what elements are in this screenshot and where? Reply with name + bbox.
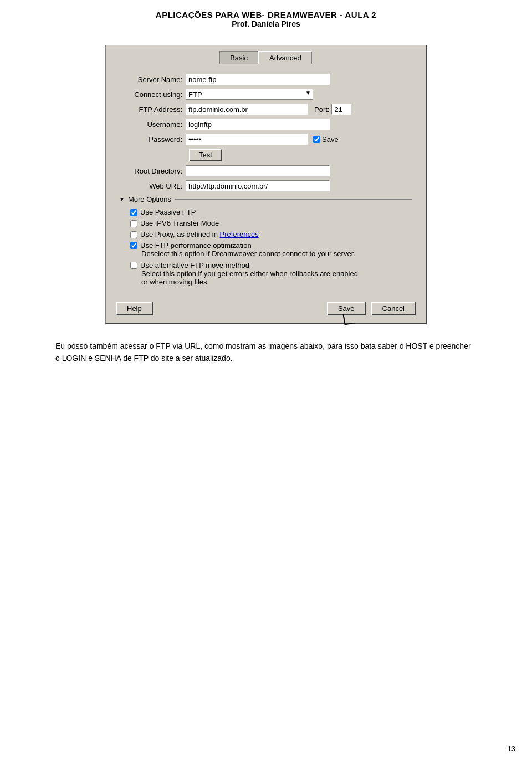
option-passive-ftp: Use Passive FTP — [130, 208, 412, 216]
save-password-label[interactable]: Save — [322, 135, 339, 144]
option-alt-ftp-line: Use alternative FTP move method — [130, 261, 412, 269]
alt-ftp-checkbox[interactable] — [130, 262, 137, 269]
username-label: Username: — [119, 120, 186, 129]
password-input[interactable] — [186, 134, 308, 145]
body-paragraph: Eu posso também acessar o FTP via URL, c… — [55, 340, 477, 365]
more-options-header: ▼ More Options — [119, 195, 412, 203]
footer-left: Help — [116, 302, 153, 315]
username-row: Username: — [119, 119, 412, 130]
dialog: Basic Advanced Server Name: Connect usin… — [105, 45, 427, 324]
alt-ftp-sub: Select this option if you get errors eit… — [130, 269, 412, 286]
proxy-text: Use Proxy, as defined in Preferences — [140, 230, 259, 238]
test-btn-row: Test — [119, 149, 412, 161]
more-options-label: More Options — [128, 195, 171, 203]
form-area: Server Name: Connect using: FTP SFTP FTP… — [114, 69, 418, 294]
password-label: Password: — [119, 135, 186, 144]
option-proxy: Use Proxy, as defined in Preferences — [130, 230, 412, 238]
title-line1: APLICAÇÕES PARA WEB- DREAMWEAVER - AULA … — [0, 10, 532, 19]
more-options-divider — [175, 199, 412, 200]
help-button[interactable]: Help — [116, 302, 153, 315]
page-header: APLICAÇÕES PARA WEB- DREAMWEAVER - AULA … — [0, 0, 532, 35]
proxy-label-text: Use Proxy, as defined in — [140, 230, 220, 238]
port-label: Port: — [314, 105, 329, 114]
server-name-input[interactable] — [186, 74, 330, 85]
root-directory-input[interactable] — [186, 165, 330, 176]
root-directory-label: Root Directory: — [119, 167, 186, 175]
tab-advanced[interactable]: Advanced — [258, 51, 312, 64]
server-name-label: Server Name: — [119, 75, 186, 84]
save-password-checkbox[interactable] — [313, 136, 320, 143]
port-input[interactable] — [331, 104, 351, 115]
ftp-perf-sub: Deselect this option if Dreamweaver cann… — [130, 249, 412, 258]
body-text: Eu posso também acessar o FTP via URL, c… — [39, 340, 493, 365]
title-line2: Prof. Daniela Pires — [0, 19, 532, 28]
connect-using-select-wrapper: FTP SFTP FTP over SSL/TLS Local/Network … — [186, 89, 313, 100]
ipv6-checkbox[interactable] — [130, 220, 137, 227]
more-options-toggle[interactable]: ▼ — [119, 196, 125, 202]
web-url-input[interactable] — [186, 180, 330, 191]
connect-using-label: Connect using: — [119, 90, 186, 99]
ftp-perf-label[interactable]: Use FTP performance optimization — [140, 241, 252, 249]
tab-basic[interactable]: Basic — [219, 51, 258, 64]
ftp-address-label: FTP Address: — [119, 105, 186, 114]
save-button[interactable]: Save — [327, 302, 366, 315]
option-ipv6: Use IPV6 Transfer Mode — [130, 219, 412, 227]
save-cursor-wrapper: Save — [327, 302, 366, 315]
password-row: Password: Save — [119, 134, 412, 145]
root-directory-row: Root Directory: — [119, 165, 412, 176]
username-input[interactable] — [186, 119, 330, 130]
proxy-checkbox[interactable] — [130, 231, 137, 238]
server-name-row: Server Name: — [119, 74, 412, 85]
connect-using-row: Connect using: FTP SFTP FTP over SSL/TLS… — [119, 89, 412, 100]
option-alt-ftp: Use alternative FTP move method Select t… — [130, 261, 412, 286]
option-ftp-perf-line: Use FTP performance optimization — [130, 241, 412, 249]
preferences-link[interactable]: Preferences — [220, 230, 259, 238]
ftp-perf-subtext: Deselect this option if Dreamweaver cann… — [141, 249, 355, 258]
ftp-address-row: FTP Address: Port: — [119, 104, 412, 115]
dialog-wrapper: Basic Advanced Server Name: Connect usin… — [94, 45, 438, 324]
ftp-perf-checkbox[interactable] — [130, 242, 137, 249]
test-button[interactable]: Test — [189, 149, 222, 161]
passive-ftp-label[interactable]: Use Passive FTP — [140, 208, 196, 216]
option-ftp-perf: Use FTP performance optimization Deselec… — [130, 241, 412, 258]
web-url-row: Web URL: — [119, 180, 412, 191]
connect-using-select[interactable]: FTP SFTP FTP over SSL/TLS Local/Network … — [186, 89, 313, 100]
footer-right: Save Cancel — [327, 302, 416, 315]
dialog-footer: Help Save Cancel — [114, 302, 418, 315]
alt-ftp-subtext: Select this option if you get errors eit… — [141, 269, 358, 286]
tab-row: Basic Advanced — [114, 51, 418, 64]
ftp-address-input[interactable] — [186, 104, 308, 115]
save-check-wrapper: Save — [313, 135, 339, 144]
alt-ftp-label[interactable]: Use alternative FTP move method — [140, 261, 249, 269]
web-url-label: Web URL: — [119, 182, 186, 190]
ipv6-label[interactable]: Use IPV6 Transfer Mode — [140, 219, 219, 227]
page-number: 13 — [508, 745, 515, 753]
cancel-button[interactable]: Cancel — [371, 302, 416, 315]
passive-ftp-checkbox[interactable] — [130, 209, 137, 216]
options-list: Use Passive FTP Use IPV6 Transfer Mode U… — [119, 208, 412, 286]
